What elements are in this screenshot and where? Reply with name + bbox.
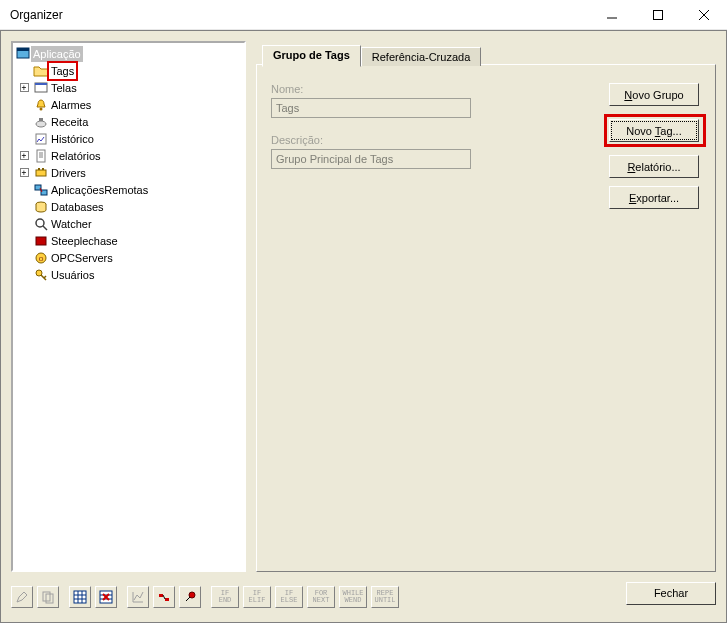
opc-icon: O xyxy=(33,250,49,266)
svg-point-9 xyxy=(36,121,46,127)
name-label: Nome: xyxy=(271,83,501,95)
svg-line-45 xyxy=(186,597,190,601)
tree-expand[interactable]: + xyxy=(15,164,33,181)
app-icon xyxy=(15,46,31,62)
svg-rect-12 xyxy=(37,150,45,162)
svg-point-8 xyxy=(40,107,43,110)
svg-rect-16 xyxy=(36,170,46,176)
key-icon xyxy=(33,267,49,283)
script-while-wend-button[interactable]: WHILEWEND xyxy=(339,586,367,608)
script-if-elif-button[interactable]: IFELIF xyxy=(243,586,271,608)
button-label: Novo Tag... xyxy=(626,125,681,137)
tree-item-usuarios[interactable]: Usuários xyxy=(15,266,242,283)
fechar-button[interactable]: Fechar xyxy=(626,582,716,605)
steeplechase-icon xyxy=(33,233,49,249)
tab-strip: Grupo de Tags Referência-Cruzada xyxy=(262,45,716,66)
svg-rect-18 xyxy=(42,168,44,170)
tree-item-label: OPCServers xyxy=(49,250,113,266)
relatorio-button[interactable]: Relatório... xyxy=(609,155,699,178)
description-label: Descrição: xyxy=(271,134,501,146)
svg-line-43 xyxy=(163,595,165,599)
window-body: Aplicação Tags + Telas xyxy=(0,30,727,623)
svg-rect-11 xyxy=(36,134,46,144)
minimize-button[interactable] xyxy=(589,0,635,29)
tree-root[interactable]: Aplicação xyxy=(15,45,242,62)
tree-item-tags[interactable]: Tags xyxy=(15,62,242,79)
tree-item-label: Histórico xyxy=(49,131,94,147)
tree-item-label: Usuários xyxy=(49,267,94,283)
svg-rect-5 xyxy=(17,48,29,51)
svg-text:O: O xyxy=(39,256,44,262)
svg-rect-42 xyxy=(165,598,169,601)
watcher-icon xyxy=(33,216,49,232)
tree-item-opcservers[interactable]: O OPCServers xyxy=(15,249,242,266)
tree-item-receita[interactable]: Receita xyxy=(15,113,242,130)
tree-line xyxy=(15,62,33,79)
svg-rect-41 xyxy=(159,594,163,597)
tab-referencia-cruzada[interactable]: Referência-Cruzada xyxy=(361,47,481,66)
description-field: Grupo Principal de Tags xyxy=(271,149,471,169)
tree-expand[interactable]: + xyxy=(15,79,33,96)
script-if-end-button[interactable]: IFEND xyxy=(211,586,239,608)
button-label: Exportar... xyxy=(629,192,679,204)
tab-grupo-de-tags[interactable]: Grupo de Tags xyxy=(262,45,361,67)
button-label: Fechar xyxy=(654,587,688,599)
tree-item-label: Steeplechase xyxy=(49,233,118,249)
history-icon xyxy=(33,131,49,147)
titlebar: Organizer xyxy=(0,0,727,30)
svg-rect-17 xyxy=(38,168,40,170)
report-icon xyxy=(33,148,49,164)
toolbar-copy-button[interactable] xyxy=(37,586,59,608)
name-field: Tags xyxy=(271,98,471,118)
svg-rect-25 xyxy=(36,237,46,245)
tree-item-databases[interactable]: Databases xyxy=(15,198,242,215)
close-window-button[interactable] xyxy=(681,0,727,29)
toolbar-xref-button[interactable] xyxy=(153,586,175,608)
svg-rect-7 xyxy=(35,83,47,85)
button-label: Novo Grupo xyxy=(624,89,683,101)
screens-icon xyxy=(33,80,49,96)
tree-item-watcher[interactable]: Watcher xyxy=(15,215,242,232)
button-column: Novo Grupo Novo Tag... Relatório... Expo… xyxy=(609,83,701,217)
tree-item-relatorios[interactable]: + Relatórios xyxy=(15,147,242,164)
window-title: Organizer xyxy=(10,8,589,22)
script-for-next-button[interactable]: FORNEXT xyxy=(307,586,335,608)
toolbar-grid-delete-button[interactable] xyxy=(95,586,117,608)
tree-item-aplicacoesremotas[interactable]: AplicaçõesRemotas xyxy=(15,181,242,198)
remote-icon xyxy=(33,182,49,198)
svg-rect-10 xyxy=(39,118,43,121)
tree-item-label: Tags xyxy=(47,61,78,81)
maximize-button[interactable] xyxy=(635,0,681,29)
tree-expand[interactable]: + xyxy=(15,147,33,164)
tree-item-drivers[interactable]: + Drivers xyxy=(15,164,242,181)
database-icon xyxy=(33,199,49,215)
toolbar-edit-button[interactable] xyxy=(11,586,33,608)
tree-item-label: AplicaçõesRemotas xyxy=(49,182,148,198)
novo-grupo-button[interactable]: Novo Grupo xyxy=(609,83,699,106)
exportar-button[interactable]: Exportar... xyxy=(609,186,699,209)
tree-item-alarmes[interactable]: Alarmes xyxy=(15,96,242,113)
bell-icon xyxy=(33,97,49,113)
script-repeat-until-button[interactable]: REPEUNTIL xyxy=(371,586,399,608)
button-label: Relatório... xyxy=(627,161,680,173)
tree-item-telas[interactable]: + Telas xyxy=(15,79,242,96)
tree-item-steeplechase[interactable]: Steeplechase xyxy=(15,232,242,249)
script-if-else-button[interactable]: IFELSE xyxy=(275,586,303,608)
toolbar-chart-button[interactable] xyxy=(127,586,149,608)
driver-icon xyxy=(33,165,49,181)
svg-point-23 xyxy=(36,219,44,227)
tree[interactable]: Aplicação Tags + Telas xyxy=(15,45,242,283)
tree-item-label: Databases xyxy=(49,199,104,215)
toolbar-find-button[interactable] xyxy=(179,586,201,608)
novo-tag-button[interactable]: Novo Tag... xyxy=(609,119,699,142)
bottom-toolbar: IFEND IFELIF IFELSE FORNEXT WHILEWEND RE… xyxy=(11,582,716,612)
tree-item-label: Telas xyxy=(49,80,77,96)
tree-item-label: Relatórios xyxy=(49,148,101,164)
toolbar-grid-blue-button[interactable] xyxy=(69,586,91,608)
tree-item-label: Receita xyxy=(49,114,88,130)
svg-rect-1 xyxy=(654,10,663,19)
tree-item-historico[interactable]: Histórico xyxy=(15,130,242,147)
tab-body: Nome: Tags Descrição: Grupo Principal de… xyxy=(256,64,716,572)
svg-rect-31 xyxy=(74,591,86,603)
novo-tag-highlight: Novo Tag... xyxy=(604,114,706,147)
